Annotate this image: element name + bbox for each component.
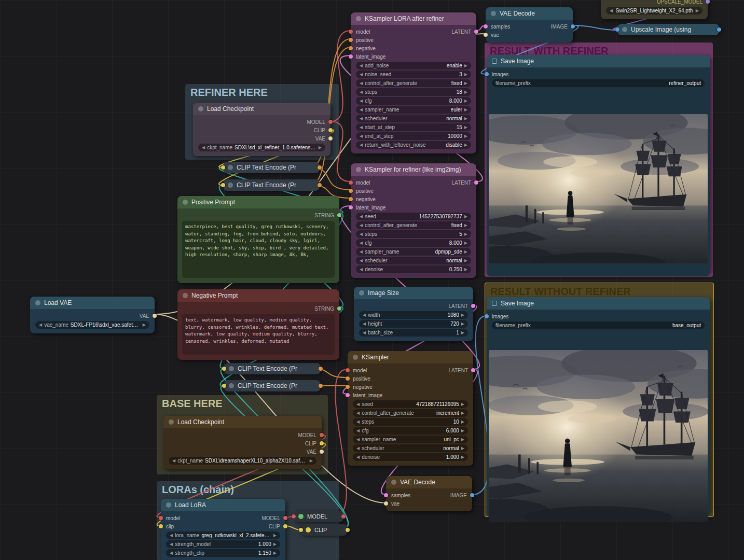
input-slot-vae[interactable]: [384, 501, 388, 506]
widget-seed[interactable]: ◀seed472188721126095▶: [353, 400, 468, 408]
collapse-dot[interactable]: [353, 355, 358, 360]
node-reroute-model[interactable]: MODEL: [294, 511, 343, 522]
node-save-image-refiner[interactable]: Save Image images filename_prefix refine…: [487, 55, 710, 273]
collapse-dot[interactable]: [391, 480, 396, 485]
collapse-dot[interactable]: [166, 502, 171, 508]
widget-add-noise[interactable]: ◀add_noiseenable▶: [356, 62, 471, 69]
node-load-checkpoint-base[interactable]: Load Checkpoint MODEL CLIP VAE ◀ckpt_nam…: [163, 416, 322, 469]
widget-batch-size[interactable]: ◀batch_size1▶: [359, 329, 468, 337]
input-slot-images[interactable]: [485, 72, 489, 76]
output-slot-upscale-model[interactable]: [706, 0, 710, 4]
input-slot-model[interactable]: [346, 368, 350, 372]
input-slot-image[interactable]: [615, 27, 619, 32]
node-header[interactable]: Image Size: [354, 287, 473, 299]
output-slot-conditioning[interactable]: [319, 367, 323, 371]
widget-cfg[interactable]: ◀cfg6.000▶: [353, 427, 468, 435]
input-slot[interactable]: [222, 384, 226, 388]
collapse-dot[interactable]: [356, 167, 361, 172]
widget-steps[interactable]: ◀steps18▶: [356, 88, 471, 96]
prompt-text-input[interactable]: text, watermark, low quality, medium qua…: [182, 314, 335, 355]
input-slot-negative[interactable]: [349, 46, 353, 50]
widget-vae-name[interactable]: ◀vae_nameSDXL-FP16\sdxl_vae.safetensors▶: [35, 321, 149, 329]
node-header[interactable]: KSampler: [348, 351, 473, 363]
collapse-dot[interactable]: [183, 200, 188, 205]
widget-strength-model[interactable]: ◀strength_model1.000▶: [166, 540, 280, 548]
output-slot-image[interactable]: [717, 27, 721, 32]
node-header[interactable]: Save Image: [487, 55, 710, 67]
output-slot-model[interactable]: [328, 120, 333, 124]
widget-steps[interactable]: ◀steps10▶: [353, 418, 468, 426]
widget-cfg[interactable]: ◀cfg8.000▶: [356, 97, 471, 105]
node-header[interactable]: Load VAE: [30, 297, 155, 309]
node-header[interactable]: Save Image: [487, 297, 710, 310]
node-clip-text-encode-1[interactable]: CLIP Text Encode (Pr: [223, 162, 320, 173]
node-load-checkpoint-refiner[interactable]: Load Checkpoint MODEL CLIP VAE ◀ckpt_nam…: [193, 103, 330, 156]
output-slot-latent[interactable]: [474, 30, 478, 34]
node-ksampler-base[interactable]: KSampler model LATENT positive negative …: [348, 351, 473, 466]
collapse-dot[interactable]: [229, 366, 234, 371]
node-header[interactable]: KSampler LORA after refiner: [351, 12, 476, 25]
widget-lora-name[interactable]: ◀lora_namegreg_rutkowski_xl_2.safetensor…: [166, 531, 280, 539]
node-negative-prompt[interactable]: Negative Prompt STRING text, watermark, …: [177, 289, 339, 360]
widget-steps[interactable]: ◀steps5▶: [356, 230, 471, 238]
node-upscale-image[interactable]: Upscale Image (using: [617, 24, 719, 35]
output-slot-model[interactable]: [283, 516, 287, 520]
next-arrow-icon[interactable]: ▶: [696, 8, 699, 13]
output-slot-conditioning[interactable]: [319, 384, 323, 388]
output-slot-vae[interactable]: [328, 136, 333, 141]
node-load-upscale-model[interactable]: UPSCALE_MODEL ◀ Swin2SR_Lightweight_X2_6…: [601, 0, 708, 19]
node-header[interactable]: Load LoRA: [161, 499, 285, 511]
collapse-dot[interactable]: [169, 419, 174, 425]
node-header[interactable]: VAE Decode: [386, 476, 472, 488]
collapse-dot[interactable]: [228, 183, 233, 188]
node-vae-decode-bottom[interactable]: VAE Decode samples IMAGE vae: [386, 476, 472, 511]
output-slot-model[interactable]: [320, 433, 324, 437]
prompt-text-input[interactable]: masterpiece, best quality, greg rutkowsk…: [182, 221, 335, 278]
widget-filename-prefix[interactable]: filename_prefix refiner_output: [492, 79, 705, 87]
widget-model-name[interactable]: ◀ Swin2SR_Lightweight_X2_64.pth ▶: [606, 7, 702, 15]
input-slot-vae[interactable]: [484, 33, 488, 37]
prev-arrow-icon[interactable]: ◀: [610, 8, 613, 13]
collapse-dot[interactable]: [492, 59, 497, 64]
collapse-dot[interactable]: [198, 106, 203, 111]
output-slot-latent[interactable]: [474, 180, 478, 185]
output-slot-conditioning[interactable]: [318, 183, 322, 187]
collapse-dot[interactable]: [306, 527, 311, 533]
input-slot-model[interactable]: [349, 30, 353, 34]
widget-scheduler[interactable]: ◀schedulernormal▶: [353, 444, 468, 452]
widget-denoise[interactable]: ◀denoise0.250▶: [356, 265, 471, 273]
node-header[interactable]: KSampler for refiner (like img2img): [351, 163, 476, 176]
node-clip-text-encode-2[interactable]: CLIP Text Encode (Pr: [223, 179, 320, 191]
output-slot-vae[interactable]: [153, 314, 157, 318]
widget-scheduler[interactable]: ◀schedulernormal▶: [356, 115, 471, 122]
input-slot-model[interactable]: [349, 180, 353, 185]
widget-control-after-generate[interactable]: ◀control_after_generatefixed▶: [356, 221, 471, 229]
output-slot-string[interactable]: [337, 213, 341, 217]
input-slot-clip[interactable]: [159, 524, 163, 528]
widget-width[interactable]: ◀width1080▶: [359, 311, 468, 319]
widget-sampler-name[interactable]: ◀sampler_nameuni_pc▶: [353, 436, 468, 443]
collapse-dot[interactable]: [229, 383, 234, 388]
node-header[interactable]: Negative Prompt: [177, 289, 339, 302]
widget-filename-prefix[interactable]: filename_prefix base_output: [492, 321, 705, 329]
input-slot[interactable]: [222, 367, 226, 371]
widget-sampler-name[interactable]: ◀sampler_nameeuler▶: [356, 106, 471, 114]
input-slot-images[interactable]: [485, 314, 489, 318]
input-slot[interactable]: [221, 183, 225, 187]
collapse-dot[interactable]: [359, 290, 364, 296]
node-clip-text-encode-3[interactable]: CLIP Text Encode (Pr: [224, 363, 321, 374]
output-slot-conditioning[interactable]: [318, 165, 322, 170]
input-slot-negative[interactable]: [346, 385, 350, 389]
widget-control-after-generate[interactable]: ◀control_after_generateincrement▶: [353, 409, 468, 417]
input-slot-samples[interactable]: [384, 493, 388, 497]
input-slot-positive[interactable]: [346, 376, 350, 381]
node-ksampler-lora-after-refiner[interactable]: KSampler LORA after refiner model LATENT…: [351, 12, 476, 153]
output-slot-clip[interactable]: [320, 441, 324, 445]
input-slot-latent-image[interactable]: [346, 393, 350, 397]
input-slot-positive[interactable]: [349, 189, 353, 193]
widget-control-after-generate[interactable]: ◀control_after_generatefixed▶: [356, 79, 471, 87]
node-header[interactable]: Load Checkpoint: [163, 416, 322, 428]
widget-height[interactable]: ◀height720▶: [359, 320, 468, 328]
widget-start-at-step[interactable]: ◀start_at_step15▶: [356, 123, 471, 131]
input-slot-latent-image[interactable]: [349, 54, 353, 59]
